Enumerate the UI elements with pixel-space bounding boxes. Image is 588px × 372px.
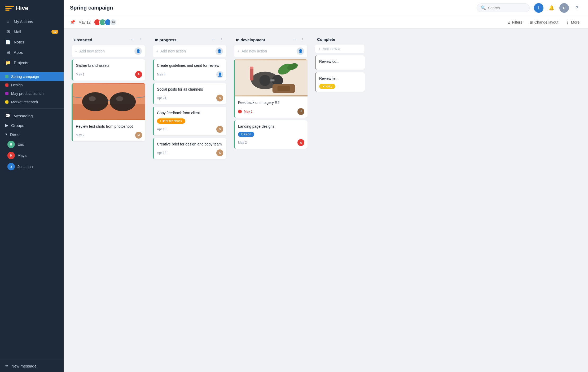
card-body: Gather brand assets May 1 A — [73, 59, 145, 81]
card-avatar: S — [216, 95, 223, 101]
card-landing-page[interactable]: Landing page designs Design May 2 A — [234, 120, 308, 149]
avatar-group: +4 — [94, 19, 117, 26]
notifications-button[interactable]: 🔔 — [547, 3, 556, 13]
sidebar-item-apps[interactable]: ⊞ Apps — [0, 47, 64, 57]
more-button[interactable]: ⋮ More — [564, 19, 582, 25]
card-creative-brief[interactable]: Creative brief for design and copy team … — [153, 138, 226, 159]
column-complete: Complete + Add new a Review co... Review… — [313, 34, 366, 93]
card-date: May 4 — [157, 73, 214, 76]
add-icon: + — [318, 47, 321, 51]
column-in-development-header: In development ↔ ⋮ — [232, 34, 309, 45]
card-title: Review te... — [319, 76, 362, 81]
add-action-label: Add new a — [323, 47, 340, 51]
new-message-label: New message — [11, 364, 37, 368]
add-action-complete[interactable]: + Add new a — [315, 44, 365, 53]
main-content: Spring campaign 🔍 + 🔔 U ? 📌 May 12 +4 ⊿ … — [64, 0, 588, 372]
more-icon: ⋮ — [566, 20, 569, 24]
card-footer: May 1 A — [76, 71, 142, 78]
project-dot-design — [5, 83, 8, 87]
app-logo[interactable]: Hive — [0, 0, 64, 16]
warning-icon: ! — [238, 110, 242, 113]
add-action-unstarted[interactable]: + Add new action 👤 — [72, 45, 145, 57]
card-avatar: M — [135, 132, 142, 139]
sidebar-item-groups[interactable]: ▶ Groups — [0, 121, 64, 130]
help-button[interactable]: ? — [572, 3, 582, 13]
card-social-posts[interactable]: Social posts for all channels Apr 21 S — [153, 83, 226, 104]
card-title: Landing page designs — [238, 124, 304, 129]
project-label-spring: Spring campaign — [11, 74, 39, 79]
card-feedback-imagery[interactable]: Feedback on imagery R2 ! May 1 J — [234, 59, 308, 118]
card-review-shots[interactable]: Review test shots from photoshoot May 2 … — [72, 83, 145, 141]
search-input[interactable] — [488, 6, 526, 10]
svg-rect-17 — [250, 67, 253, 69]
card-copy-feedback[interactable]: Copy feedback from client Client feedbac… — [153, 107, 226, 135]
nav-projects-label: Projects — [14, 60, 28, 65]
card-title: Creative brief for design and copy team — [157, 142, 223, 147]
card-body: Copy feedback from client Client feedbac… — [154, 107, 226, 135]
card-body: Landing page designs Design May 2 A — [235, 120, 308, 149]
sidebar-project-may-launch[interactable]: May product launch — [0, 89, 64, 98]
project-dot-may — [5, 92, 8, 95]
add-action-in-progress[interactable]: + Add new action 👤 — [153, 45, 226, 57]
card-footer: May 2 A — [238, 139, 304, 146]
column-in-progress-title: In progress — [155, 38, 208, 42]
sidebar-project-spring-campaign[interactable]: Spring campaign — [0, 72, 64, 81]
subbar-date: May 12 — [78, 20, 91, 24]
card-avatar-placeholder: 👤 — [216, 71, 223, 78]
sidebar-item-mail[interactable]: ✉ Mail 10 — [0, 26, 64, 37]
pin-icon: 📌 — [70, 20, 75, 25]
mail-icon: ✉ — [5, 29, 11, 34]
sidebar-project-market-research[interactable]: Market research — [0, 98, 64, 106]
add-button[interactable]: + — [534, 3, 543, 13]
add-icon: + — [156, 49, 158, 53]
card-review-te[interactable]: Review te... Priority — [315, 72, 365, 92]
sidebar-item-notes[interactable]: 📄 Notes — [0, 37, 64, 47]
dm-item-maya[interactable]: M Maya — [0, 150, 64, 161]
search-box[interactable]: 🔍 — [477, 3, 530, 12]
add-action-label: Add new action — [160, 49, 186, 53]
project-label-may: May product launch — [11, 91, 43, 96]
card-create-guidelines[interactable]: Create guidelines and send for review Ma… — [153, 59, 226, 81]
nav-notes-label: Notes — [14, 40, 24, 44]
card-title: Gather brand assets — [76, 63, 142, 68]
card-title: Review test shots from photoshoot — [76, 124, 142, 129]
sidebar-item-messaging[interactable]: 💬 Messaging — [0, 111, 64, 121]
column-in-progress-header: In progress ↔ ⋮ — [151, 34, 228, 45]
card-date: May 1 — [76, 73, 133, 76]
sidebar-project-design[interactable]: Design — [0, 81, 64, 89]
add-action-label: Add new action — [242, 49, 267, 53]
layout-icon: ⊞ — [530, 20, 533, 24]
column-menu-icon[interactable]: ⋮ — [300, 37, 305, 42]
sidebar-item-projects[interactable]: 📁 Projects — [0, 57, 64, 68]
card-body: Feedback on imagery R2 ! May 1 J — [235, 96, 308, 118]
dm-item-jonathan[interactable]: J Jonathan — [0, 161, 64, 172]
unstarted-cards: Gather brand assets May 1 A — [70, 59, 147, 143]
card-gather-brand[interactable]: Gather brand assets May 1 A — [72, 59, 145, 81]
card-body: Create guidelines and send for review Ma… — [154, 59, 226, 81]
sidebar-item-direct[interactable]: ▾ Direct — [0, 130, 64, 139]
card-footer: Apr 21 S — [157, 95, 223, 101]
column-resize-icon[interactable]: ↔ — [210, 37, 216, 42]
project-label-design: Design — [11, 83, 23, 87]
change-layout-button[interactable]: ⊞ Change layout — [528, 19, 560, 25]
card-avatar: A — [297, 139, 304, 146]
add-action-in-development[interactable]: + Add new action 👤 — [234, 45, 308, 57]
project-dot-spring — [5, 75, 8, 78]
card-date: Apr 12 — [157, 151, 214, 155]
card-avatar: J — [297, 108, 304, 115]
user-avatar[interactable]: U — [559, 3, 569, 13]
dm-item-eric[interactable]: E Eric — [0, 139, 64, 150]
column-resize-icon[interactable]: ↔ — [129, 37, 135, 42]
filters-button[interactable]: ⊿ Filters — [505, 19, 524, 25]
new-message-button[interactable]: ✏ New message — [0, 360, 64, 372]
card-title: Review co... — [319, 59, 362, 64]
card-review-co[interactable]: Review co... — [315, 55, 365, 70]
dm-avatar-eric: E — [7, 141, 15, 148]
card-image-sunglasses — [73, 83, 145, 120]
in-progress-cards: Create guidelines and send for review Ma… — [151, 59, 228, 161]
column-menu-icon[interactable]: ⋮ — [137, 37, 143, 42]
column-resize-icon[interactable]: ↔ — [292, 37, 297, 42]
sidebar-item-my-actions[interactable]: ⌂ My Actions — [0, 16, 64, 26]
column-menu-icon[interactable]: ⋮ — [218, 37, 224, 42]
card-avatar: S — [216, 149, 223, 156]
